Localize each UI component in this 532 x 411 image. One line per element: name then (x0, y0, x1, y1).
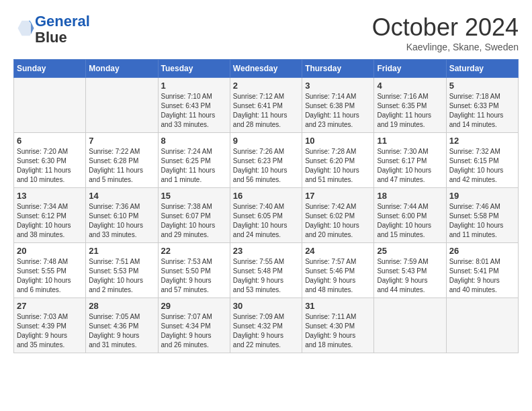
calendar-cell: 18Sunrise: 7:44 AM Sunset: 6:00 PM Dayli… (374, 188, 446, 243)
calendar-cell: 20Sunrise: 7:48 AM Sunset: 5:55 PM Dayli… (14, 243, 86, 298)
calendar-cell: 14Sunrise: 7:36 AM Sunset: 6:10 PM Dayli… (86, 188, 158, 243)
cell-content: Sunrise: 7:07 AM Sunset: 4:34 PM Dayligh… (161, 312, 227, 350)
day-number: 17 (305, 191, 371, 201)
cell-content: Sunrise: 7:40 AM Sunset: 6:05 PM Dayligh… (233, 202, 299, 240)
calendar-cell: 7Sunrise: 7:22 AM Sunset: 6:28 PM Daylig… (86, 133, 158, 188)
cell-content: Sunrise: 7:11 AM Sunset: 4:30 PM Dayligh… (305, 312, 371, 350)
calendar-cell: 16Sunrise: 7:40 AM Sunset: 6:05 PM Dayli… (230, 188, 302, 243)
cell-content: Sunrise: 7:38 AM Sunset: 6:07 PM Dayligh… (161, 202, 227, 240)
day-number: 2 (233, 81, 299, 91)
logo-icon (15, 18, 35, 38)
page-header: General Blue October 2024 Kaevlinge, Ska… (13, 13, 519, 52)
day-number: 21 (89, 246, 154, 256)
calendar-cell: 26Sunrise: 8:01 AM Sunset: 5:41 PM Dayli… (446, 243, 518, 298)
day-number: 11 (377, 136, 443, 146)
weekday-header: Tuesday (158, 60, 230, 78)
cell-content: Sunrise: 7:42 AM Sunset: 6:02 PM Dayligh… (305, 202, 371, 240)
calendar-cell: 13Sunrise: 7:34 AM Sunset: 6:12 PM Dayli… (14, 188, 86, 243)
cell-content: Sunrise: 7:16 AM Sunset: 6:35 PM Dayligh… (377, 92, 443, 130)
cell-content: Sunrise: 7:36 AM Sunset: 6:10 PM Dayligh… (89, 202, 154, 240)
day-number: 25 (377, 246, 443, 256)
calendar-cell: 12Sunrise: 7:32 AM Sunset: 6:15 PM Dayli… (446, 133, 518, 188)
calendar-cell: 8Sunrise: 7:24 AM Sunset: 6:25 PM Daylig… (158, 133, 230, 188)
cell-content: Sunrise: 7:57 AM Sunset: 5:46 PM Dayligh… (305, 257, 371, 295)
day-number: 7 (89, 136, 154, 146)
day-number: 23 (233, 246, 299, 256)
calendar-cell: 19Sunrise: 7:46 AM Sunset: 5:58 PM Dayli… (446, 188, 518, 243)
cell-content: Sunrise: 7:14 AM Sunset: 6:38 PM Dayligh… (305, 92, 371, 130)
day-number: 15 (161, 191, 227, 201)
day-number: 6 (17, 136, 83, 146)
cell-content: Sunrise: 7:05 AM Sunset: 4:36 PM Dayligh… (89, 312, 154, 350)
calendar-cell: 30Sunrise: 7:09 AM Sunset: 4:32 PM Dayli… (230, 298, 302, 353)
cell-content: Sunrise: 7:09 AM Sunset: 4:32 PM Dayligh… (233, 312, 299, 350)
weekday-header: Saturday (446, 60, 518, 78)
calendar-cell: 6Sunrise: 7:20 AM Sunset: 6:30 PM Daylig… (14, 133, 86, 188)
calendar-cell (446, 298, 518, 353)
calendar-week-row: 13Sunrise: 7:34 AM Sunset: 6:12 PM Dayli… (14, 188, 519, 243)
cell-content: Sunrise: 7:24 AM Sunset: 6:25 PM Dayligh… (161, 147, 227, 185)
title-block: October 2024 Kaevlinge, Skane, Sweden (372, 13, 519, 52)
day-number: 26 (449, 246, 515, 256)
day-number: 5 (449, 81, 515, 91)
calendar-cell: 21Sunrise: 7:51 AM Sunset: 5:53 PM Dayli… (86, 243, 158, 298)
calendar-cell: 27Sunrise: 7:03 AM Sunset: 4:39 PM Dayli… (14, 298, 86, 353)
day-number: 29 (161, 301, 227, 311)
cell-content: Sunrise: 7:46 AM Sunset: 5:58 PM Dayligh… (449, 202, 515, 240)
cell-content: Sunrise: 7:55 AM Sunset: 5:48 PM Dayligh… (233, 257, 299, 295)
cell-content: Sunrise: 7:32 AM Sunset: 6:15 PM Dayligh… (449, 147, 515, 185)
cell-content: Sunrise: 8:01 AM Sunset: 5:41 PM Dayligh… (449, 257, 515, 295)
cell-content: Sunrise: 7:28 AM Sunset: 6:20 PM Dayligh… (305, 147, 371, 185)
day-number: 12 (449, 136, 515, 146)
calendar-week-row: 6Sunrise: 7:20 AM Sunset: 6:30 PM Daylig… (14, 133, 519, 188)
weekday-header: Monday (86, 60, 158, 78)
cell-content: Sunrise: 7:26 AM Sunset: 6:23 PM Dayligh… (233, 147, 299, 185)
calendar-cell: 3Sunrise: 7:14 AM Sunset: 6:38 PM Daylig… (302, 78, 374, 133)
weekday-header: Wednesday (230, 60, 302, 78)
calendar-cell (14, 78, 86, 133)
day-number: 18 (377, 191, 443, 201)
calendar-cell: 24Sunrise: 7:57 AM Sunset: 5:46 PM Dayli… (302, 243, 374, 298)
cell-content: Sunrise: 7:20 AM Sunset: 6:30 PM Dayligh… (17, 147, 83, 185)
cell-content: Sunrise: 7:18 AM Sunset: 6:33 PM Dayligh… (449, 92, 515, 130)
day-number: 1 (161, 81, 227, 91)
calendar-cell: 1Sunrise: 7:10 AM Sunset: 6:43 PM Daylig… (158, 78, 230, 133)
logo: General Blue (13, 13, 90, 46)
calendar-cell: 29Sunrise: 7:07 AM Sunset: 4:34 PM Dayli… (158, 298, 230, 353)
calendar-cell: 31Sunrise: 7:11 AM Sunset: 4:30 PM Dayli… (302, 298, 374, 353)
day-number: 4 (377, 81, 443, 91)
month-title: October 2024 (372, 13, 519, 42)
calendar-week-row: 1Sunrise: 7:10 AM Sunset: 6:43 PM Daylig… (14, 78, 519, 133)
cell-content: Sunrise: 7:59 AM Sunset: 5:43 PM Dayligh… (377, 257, 443, 295)
calendar-cell: 4Sunrise: 7:16 AM Sunset: 6:35 PM Daylig… (374, 78, 446, 133)
day-number: 28 (89, 301, 154, 311)
weekday-header: Friday (374, 60, 446, 78)
cell-content: Sunrise: 7:51 AM Sunset: 5:53 PM Dayligh… (89, 257, 154, 295)
day-number: 27 (17, 301, 83, 311)
day-number: 3 (305, 81, 371, 91)
cell-content: Sunrise: 7:34 AM Sunset: 6:12 PM Dayligh… (17, 202, 83, 240)
cell-content: Sunrise: 7:12 AM Sunset: 6:41 PM Dayligh… (233, 92, 299, 130)
cell-content: Sunrise: 7:03 AM Sunset: 4:39 PM Dayligh… (17, 312, 83, 350)
day-number: 31 (305, 301, 371, 311)
calendar-cell (374, 298, 446, 353)
calendar-cell: 9Sunrise: 7:26 AM Sunset: 6:23 PM Daylig… (230, 133, 302, 188)
calendar-table: SundayMondayTuesdayWednesdayThursdayFrid… (13, 59, 519, 353)
cell-content: Sunrise: 7:10 AM Sunset: 6:43 PM Dayligh… (161, 92, 227, 130)
calendar-cell (86, 78, 158, 133)
calendar-cell: 2Sunrise: 7:12 AM Sunset: 6:41 PM Daylig… (230, 78, 302, 133)
calendar-cell: 17Sunrise: 7:42 AM Sunset: 6:02 PM Dayli… (302, 188, 374, 243)
day-number: 22 (161, 246, 227, 256)
cell-content: Sunrise: 7:53 AM Sunset: 5:50 PM Dayligh… (161, 257, 227, 295)
calendar-cell: 15Sunrise: 7:38 AM Sunset: 6:07 PM Dayli… (158, 188, 230, 243)
day-number: 14 (89, 191, 154, 201)
calendar-week-row: 20Sunrise: 7:48 AM Sunset: 5:55 PM Dayli… (14, 243, 519, 298)
day-number: 16 (233, 191, 299, 201)
day-number: 10 (305, 136, 371, 146)
weekday-header: Sunday (14, 60, 86, 78)
calendar-week-row: 27Sunrise: 7:03 AM Sunset: 4:39 PM Dayli… (14, 298, 519, 353)
cell-content: Sunrise: 7:48 AM Sunset: 5:55 PM Dayligh… (17, 257, 83, 295)
calendar-header: SundayMondayTuesdayWednesdayThursdayFrid… (14, 60, 519, 78)
logo-text: General Blue (35, 13, 90, 46)
location: Kaevlinge, Skane, Sweden (372, 42, 519, 52)
